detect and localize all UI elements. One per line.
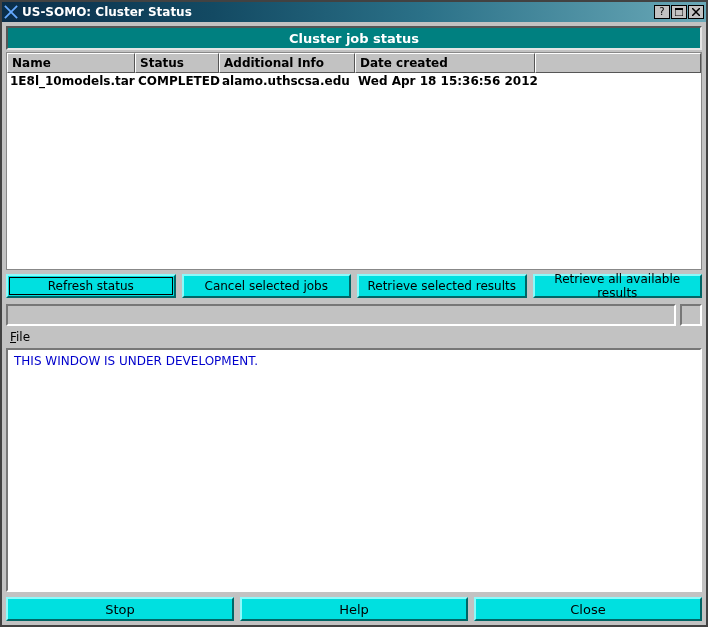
titlebar: US-SOMO: Cluster Status ?: [2, 2, 706, 22]
help-button[interactable]: ?: [654, 5, 670, 19]
table-row[interactable]: 1E8l_10models.tar COMPLETED alamo.uthscs…: [7, 73, 701, 89]
maximize-button[interactable]: [671, 5, 687, 19]
stop-button[interactable]: Stop: [6, 597, 234, 621]
window-title: US-SOMO: Cluster Status: [22, 5, 192, 19]
retrieve-all-button[interactable]: Retrieve all available results: [533, 274, 703, 298]
banner-label: Cluster job status: [6, 26, 702, 50]
content-area: Cluster job status Name Status Additiona…: [2, 22, 706, 625]
menu-file-label: ile: [16, 330, 30, 344]
col-date[interactable]: Date created: [355, 53, 535, 73]
app-icon: [4, 5, 18, 19]
progress-bar: [6, 304, 676, 326]
cell-date: Wed Apr 18 15:36:56 2012: [355, 73, 545, 89]
cell-status: COMPLETED: [135, 73, 219, 89]
progress-row: [6, 304, 702, 326]
cancel-button[interactable]: Cancel selected jobs: [182, 274, 352, 298]
refresh-button[interactable]: Refresh status: [6, 274, 176, 298]
log-text: THIS WINDOW IS UNDER DEVELOPMENT.: [14, 354, 258, 368]
retrieve-selected-button[interactable]: Retrieve selected results: [357, 274, 527, 298]
titlebar-left: US-SOMO: Cluster Status: [4, 5, 192, 19]
table-header-row: Name Status Additional Info Date created: [7, 53, 701, 73]
col-status[interactable]: Status: [135, 53, 219, 73]
close-button-bottom[interactable]: Close: [474, 597, 702, 621]
progress-side: [680, 304, 702, 326]
menubar: File: [6, 328, 702, 346]
menu-file[interactable]: File: [10, 330, 30, 344]
col-fill: [535, 53, 701, 73]
help-button-bottom[interactable]: Help: [240, 597, 468, 621]
jobs-table[interactable]: Name Status Additional Info Date created…: [6, 52, 702, 270]
window-controls: ?: [653, 5, 704, 19]
close-button[interactable]: [688, 5, 704, 19]
cell-info: alamo.uthscsa.edu: [219, 73, 355, 89]
col-info[interactable]: Additional Info: [219, 53, 355, 73]
action-button-row: Refresh status Cancel selected jobs Retr…: [6, 274, 702, 298]
main-window: US-SOMO: Cluster Status ? Cluster job st…: [0, 0, 708, 627]
log-area[interactable]: THIS WINDOW IS UNDER DEVELOPMENT.: [6, 348, 702, 592]
cell-name: 1E8l_10models.tar: [7, 73, 135, 89]
col-name[interactable]: Name: [7, 53, 135, 73]
bottom-button-row: Stop Help Close: [6, 597, 702, 621]
